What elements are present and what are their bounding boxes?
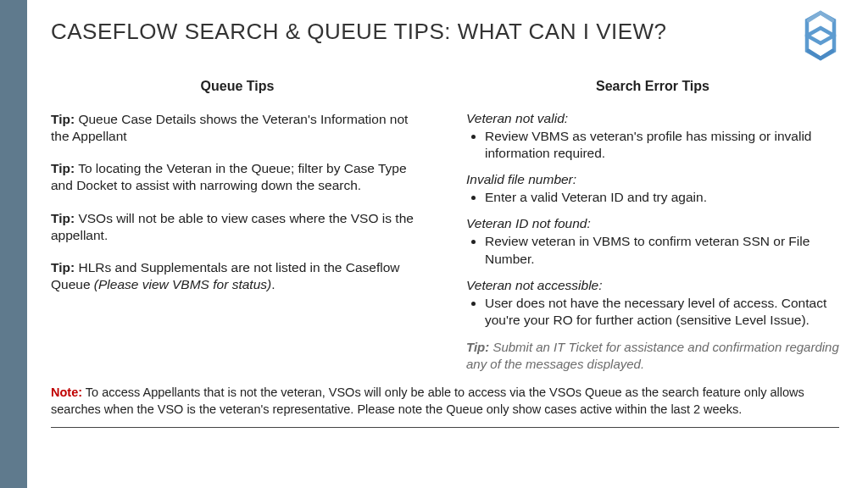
error-heading: Invalid file number: <box>466 172 839 187</box>
knot-logo-icon <box>793 8 848 63</box>
error-list: Enter a valid Veteran ID and try again. <box>466 189 839 206</box>
left-sidebar <box>0 0 27 488</box>
tip-label: Tip: <box>466 340 489 354</box>
error-item: Review veteran in VBMS to confirm vetera… <box>485 233 839 267</box>
error-list: User does not have the necessary level o… <box>466 295 839 329</box>
error-group: Invalid file number: Enter a valid Veter… <box>466 172 839 206</box>
error-item: User does not have the necessary level o… <box>485 295 839 329</box>
tip-text: VSOs will not be able to view cases wher… <box>51 211 414 242</box>
search-error-header: Search Error Tips <box>466 79 839 94</box>
error-heading: Veteran not valid: <box>466 111 839 126</box>
note-text: To access Appellants that is not the vet… <box>51 385 804 416</box>
tip-text: Queue Case Details shows the Veteran's I… <box>51 112 408 143</box>
error-list: Review VBMS as veteran's profile has mis… <box>466 128 839 162</box>
queue-tips-header: Queue Tips <box>51 79 424 94</box>
tip-label: Tip: <box>51 211 75 225</box>
search-tip-italic: Tip: Submit an IT Ticket for assistance … <box>466 339 839 374</box>
error-group: Veteran not accessible: User does not ha… <box>466 278 839 329</box>
tip-trail: . <box>271 277 275 291</box>
queue-tips-column: Queue Tips Tip: Queue Case Details shows… <box>51 79 424 373</box>
note-block: Note: To access Appellants that is not t… <box>51 385 839 418</box>
columns: Queue Tips Tip: Queue Case Details shows… <box>51 79 839 373</box>
tip-item: Tip: To locating the Veteran in the Queu… <box>51 160 424 194</box>
error-heading: Veteran not accessible: <box>466 278 839 293</box>
error-item: Enter a valid Veteran ID and try again. <box>485 189 839 206</box>
tip-text: Submit an IT Ticket for assistance and c… <box>466 340 839 371</box>
tip-item: Tip: Queue Case Details shows the Vetera… <box>51 111 424 145</box>
tip-item: Tip: VSOs will not be able to view cases… <box>51 210 424 244</box>
note-label: Note: <box>51 385 82 399</box>
slide-content: CASEFLOW SEARCH & QUEUE TIPS: WHAT CAN I… <box>27 0 868 488</box>
tip-item: Tip: HLRs and Supplementals are not list… <box>51 259 424 293</box>
error-group: Veteran ID not found: Review veteran in … <box>466 216 839 267</box>
divider <box>51 427 839 428</box>
error-group: Veteran not valid: Review VBMS as vetera… <box>466 111 839 162</box>
error-heading: Veteran ID not found: <box>466 216 839 231</box>
tip-text: To locating the Veteran in the Queue; fi… <box>51 161 407 192</box>
search-error-column: Search Error Tips Veteran not valid: Rev… <box>466 79 839 373</box>
error-list: Review veteran in VBMS to confirm vetera… <box>466 233 839 267</box>
tip-label: Tip: <box>51 112 75 126</box>
page-title: CASEFLOW SEARCH & QUEUE TIPS: WHAT CAN I… <box>51 19 839 45</box>
tip-label: Tip: <box>51 260 75 274</box>
tip-aside: (Please view VBMS for status) <box>94 277 271 291</box>
tip-label: Tip: <box>51 161 75 175</box>
error-item: Review VBMS as veteran's profile has mis… <box>485 128 839 162</box>
